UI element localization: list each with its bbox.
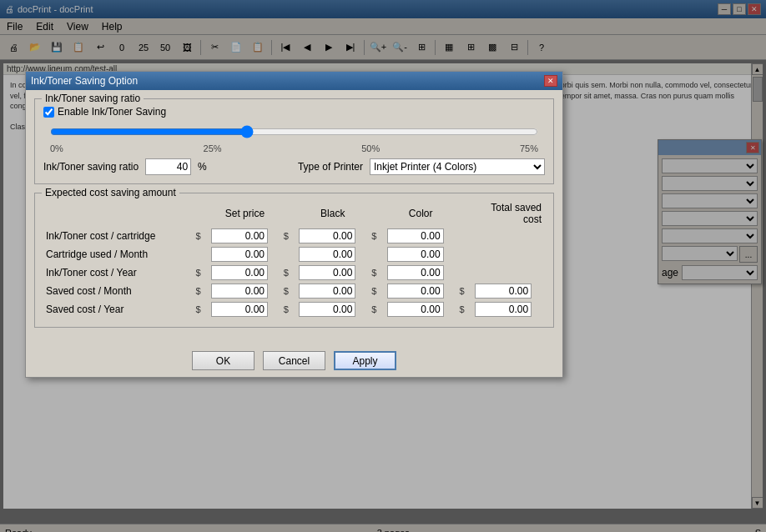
- row-color-0: [385, 227, 457, 245]
- row-black-0: [296, 227, 369, 245]
- set-price-input-3[interactable]: [211, 284, 268, 299]
- cost-table: Set price Black Color Total saved cost I…: [43, 200, 545, 319]
- row-total-dollar-2: [457, 263, 473, 282]
- row-color-dollar-0: $: [369, 227, 385, 245]
- row-total-dollar-3: $: [457, 282, 473, 300]
- slider-track: [50, 124, 538, 142]
- set-price-input-4[interactable]: [211, 302, 268, 317]
- slider-mark-0: 0%: [50, 143, 63, 153]
- black-input-3[interactable]: [299, 284, 355, 299]
- printer-type-select[interactable]: Inkjet Printer (4 Colors) Laser Printer …: [370, 158, 545, 175]
- color-input-3[interactable]: [387, 284, 444, 299]
- slider-mark-75: 75%: [520, 143, 538, 153]
- cost-table-row: Ink/Toner cost / cartridge $ $ $: [43, 227, 545, 245]
- apply-button[interactable]: Apply: [334, 351, 396, 370]
- ratio-input[interactable]: [145, 158, 191, 175]
- cost-table-header-row: Set price Black Color Total saved cost: [43, 200, 545, 227]
- row-black-dollar-1: [281, 245, 297, 263]
- col-header-color: Color: [385, 200, 457, 227]
- row-set-price-0: [209, 227, 281, 245]
- row-total-1: [472, 245, 545, 263]
- row-set-price-3: [209, 282, 281, 300]
- dialog-title: Ink/Toner Saving Option: [31, 75, 138, 87]
- dialog-body: Ink/Toner saving ratio Enable Ink/Toner …: [26, 90, 562, 344]
- total-input-3[interactable]: [475, 284, 532, 299]
- row-label-4: Saved cost / Year: [43, 300, 193, 319]
- row-set-price-1: [209, 245, 281, 263]
- col-header-item: [43, 200, 193, 227]
- dialog: Ink/Toner Saving Option ✕ Ink/Toner savi…: [25, 71, 563, 378]
- group-saving-ratio-label: Ink/Toner saving ratio: [42, 93, 144, 104]
- black-input-2[interactable]: [299, 265, 355, 280]
- row-label-3: Saved cost / Month: [43, 282, 193, 300]
- row-total-3: [472, 282, 545, 300]
- row-black-dollar-0: $: [281, 227, 297, 245]
- row-label-1: Cartridge used / Month: [43, 245, 193, 263]
- group-cost-saving: Expected cost saving amount Set price Bl…: [34, 193, 554, 328]
- col-header-dollar-set: [193, 200, 209, 227]
- cost-table-row: Ink/Toner cost / Year $ $ $: [43, 263, 545, 282]
- ratio-unit: %: [198, 161, 207, 173]
- cost-table-row: Cartridge used / Month: [43, 245, 545, 263]
- row-set-price-4: [209, 300, 281, 319]
- ratio-label: Ink/Toner saving ratio: [43, 161, 139, 173]
- set-price-input-2[interactable]: [211, 265, 268, 280]
- row-set-price-2: [209, 263, 281, 282]
- enable-saving-checkbox[interactable]: [43, 107, 54, 118]
- row-total-dollar-1: [457, 245, 473, 263]
- col-header-dollar-color: [369, 200, 385, 227]
- black-input-0[interactable]: [299, 228, 355, 243]
- row-total-4: [472, 300, 545, 319]
- enable-saving-label: Enable Ink/Toner Saving: [58, 106, 166, 118]
- set-price-input-1[interactable]: [211, 247, 268, 262]
- row-color-dollar-1: [369, 245, 385, 263]
- ok-button[interactable]: OK: [192, 351, 254, 370]
- row-label-2: Ink/Toner cost / Year: [43, 263, 193, 282]
- slider-mark-50: 50%: [361, 143, 380, 153]
- cost-table-body: Ink/Toner cost / cartridge $ $ $ Cartrid…: [43, 227, 545, 319]
- row-black-dollar-2: $: [281, 263, 297, 282]
- cost-table-row: Saved cost / Month $ $ $ $: [43, 282, 545, 300]
- color-input-2[interactable]: [387, 265, 444, 280]
- row-black-3: [296, 282, 369, 300]
- color-input-1[interactable]: [387, 247, 444, 262]
- color-input-4[interactable]: [387, 302, 444, 317]
- modal-overlay: Ink/Toner Saving Option ✕ Ink/Toner savi…: [0, 0, 766, 532]
- col-header-set-price: Set price: [209, 200, 281, 227]
- dialog-title-bar: Ink/Toner Saving Option ✕: [26, 72, 562, 90]
- slider-mark-25: 25%: [204, 143, 222, 153]
- group-cost-saving-label: Expected cost saving amount: [42, 187, 179, 198]
- black-input-1[interactable]: [299, 247, 355, 262]
- cancel-button[interactable]: Cancel: [263, 351, 325, 370]
- row-set-dollar-2: $: [193, 263, 209, 282]
- row-black-dollar-3: $: [281, 282, 297, 300]
- row-black-4: [296, 300, 369, 319]
- row-color-dollar-2: $: [369, 263, 385, 282]
- row-label-0: Ink/Toner cost / cartridge: [43, 227, 193, 245]
- saving-ratio-slider[interactable]: [50, 124, 538, 139]
- row-total-dollar-4: $: [457, 300, 473, 319]
- form-row-ratio: Ink/Toner saving ratio % Type of Printer…: [43, 158, 545, 175]
- dialog-buttons: OK Cancel Apply: [26, 344, 562, 377]
- slider-container: 0% 25% 50% 75%: [43, 124, 545, 153]
- printer-label: Type of Printer: [298, 161, 363, 173]
- row-set-dollar-4: $: [193, 300, 209, 319]
- row-color-1: [385, 245, 457, 263]
- col-header-dollar-black: [281, 200, 297, 227]
- group-saving-ratio: Ink/Toner saving ratio Enable Ink/Toner …: [34, 98, 554, 184]
- color-input-0[interactable]: [387, 228, 444, 243]
- total-input-4[interactable]: [475, 302, 532, 317]
- row-black-2: [296, 263, 369, 282]
- cost-table-row: Saved cost / Year $ $ $ $: [43, 300, 545, 319]
- col-header-dollar-total: [457, 200, 473, 227]
- row-total-0: [472, 227, 545, 245]
- dialog-close-button[interactable]: ✕: [544, 75, 557, 87]
- row-black-dollar-4: $: [281, 300, 297, 319]
- row-color-dollar-4: $: [369, 300, 385, 319]
- checkbox-row: Enable Ink/Toner Saving: [43, 106, 545, 118]
- row-total-2: [472, 263, 545, 282]
- row-color-4: [385, 300, 457, 319]
- row-color-3: [385, 282, 457, 300]
- black-input-4[interactable]: [299, 302, 355, 317]
- set-price-input-0[interactable]: [211, 228, 268, 243]
